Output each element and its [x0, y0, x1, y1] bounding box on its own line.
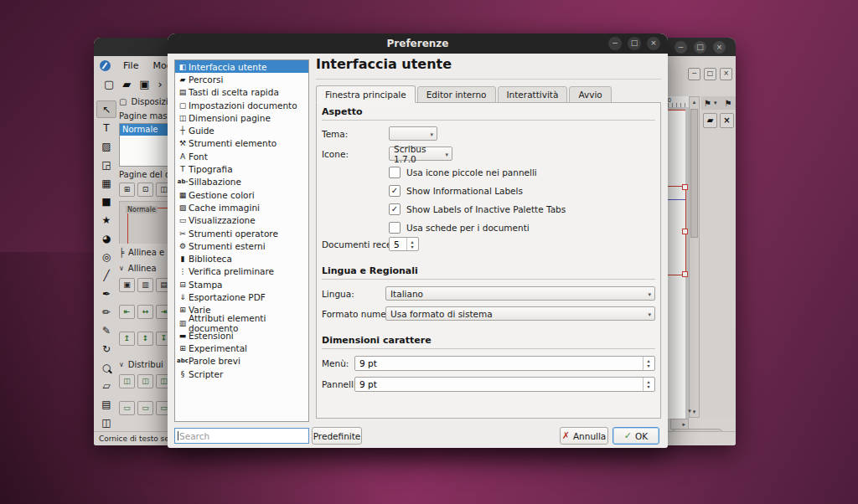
spinner-arrows[interactable]: ▴ ▾	[643, 357, 654, 370]
sidebar-item-tipografia[interactable]: TTipografia	[175, 162, 308, 175]
sidebar-item-tasti-di-scelta-rapida[interactable]: ▤Tasti di scelta rapida	[175, 86, 308, 99]
language-combobox[interactable]: Italiano ▾	[385, 286, 655, 301]
tab-editor-interno[interactable]: Editor interno	[417, 86, 496, 103]
distribute-mid-button[interactable]: ▭	[137, 401, 153, 415]
sidebar-item-font[interactable]: AFont	[175, 150, 308, 162]
align-center-h-button[interactable]: ↔	[137, 305, 153, 319]
pin-icon[interactable]: ⚑	[704, 99, 711, 108]
distribute-top-button[interactable]: ▭	[119, 401, 135, 415]
mdi-restore-button[interactable]: □	[704, 68, 716, 80]
tab-finestra-principale[interactable]: Finestra principale	[316, 85, 416, 103]
vertical-scrollbar[interactable]: ▴ ▾	[689, 96, 700, 418]
tool-table[interactable]: ▦	[96, 174, 116, 192]
sidebar-item-percorsi[interactable]: ▰Percorsi	[175, 73, 308, 85]
spin-down-icon[interactable]: ▾	[407, 244, 417, 249]
checkbox-checked[interactable]: ✓	[389, 185, 401, 197]
tool-arc[interactable]: ◕	[96, 229, 116, 247]
align-top-button[interactable]: ↥	[119, 332, 135, 346]
pin-dropdown-arrow-icon[interactable]: ▾	[714, 100, 717, 106]
mdi-close-button[interactable]: ×	[720, 68, 732, 80]
sidebar-item-guide[interactable]: ┼Guide	[175, 124, 308, 136]
scrollbar-thumb[interactable]	[690, 109, 698, 238]
sidebar-item-parole-brevi[interactable]: abcParole brevi	[175, 355, 308, 368]
iconset-combobox[interactable]: Scribus 1.7.0 ▾	[389, 147, 452, 161]
spin-down-icon[interactable]: ▾	[644, 363, 654, 368]
sidebar-item-impostazioni-documento[interactable]: ▢Impostazioni documento	[175, 99, 308, 111]
scroll-up-arrow[interactable]: ▴	[690, 97, 699, 107]
page-preview-chip[interactable]: Normale	[126, 206, 158, 213]
spinner-arrows[interactable]: ▴ ▾	[406, 238, 417, 250]
selection-handle[interactable]	[682, 229, 688, 234]
tool-render-frame[interactable]: ◲	[96, 156, 116, 173]
new-document-icon[interactable]: ▢	[104, 79, 114, 90]
sidebar-item-gestione-colori[interactable]: ▦Gestione colori	[175, 188, 308, 201]
preferences-category-list[interactable]: ◧Interfaccia utente▰Percorsi▤Tasti di sc…	[174, 59, 309, 422]
selection-handle[interactable]	[682, 184, 688, 190]
menu-size-spinner[interactable]: 9 pt ▴ ▾	[354, 356, 655, 371]
search-input[interactable]: Search	[174, 428, 309, 444]
checkbox-unchecked[interactable]	[389, 167, 401, 178]
close-button[interactable]: ×	[713, 41, 726, 54]
spinner-arrows[interactable]: ▴ ▾	[643, 378, 654, 391]
tab-avvio[interactable]: Avvio	[569, 86, 611, 103]
sidebar-item-cache-immagini[interactable]: ▨Cache immagini	[175, 201, 308, 213]
tool-shape[interactable]: ■	[96, 193, 116, 210]
distribute-left-button[interactable]: ◫	[119, 374, 135, 388]
ok-button[interactable]: ✓ OK	[612, 427, 659, 445]
close-icon[interactable]: ×	[720, 113, 734, 128]
recent-documents-spinner[interactable]: 5 ▴ ▾	[389, 237, 419, 251]
export-icon[interactable]: ›	[158, 79, 163, 90]
number-format-combobox[interactable]: Usa formato di sistema ▾	[385, 306, 655, 321]
align-left-button[interactable]: ⇤	[119, 305, 135, 319]
theme-combobox[interactable]: ▾	[389, 126, 437, 141]
selection-handle[interactable]	[682, 271, 688, 277]
defaults-button[interactable]: Predefinite	[312, 427, 362, 445]
sidebar-item-esportazione-pdf[interactable]: ⇓Esportazione PDF	[175, 291, 308, 303]
save-icon[interactable]: ▣	[139, 79, 149, 90]
sidebar-item-experimental[interactable]: ⊞Experimental	[175, 342, 308, 355]
tool-calligraphy[interactable]: ✎	[96, 321, 116, 339]
tool-spiral[interactable]: ◎	[96, 248, 116, 265]
tool-edit-nodes[interactable]: ▱	[96, 377, 116, 394]
tool-freehand[interactable]: ✏	[96, 303, 116, 321]
add-page-button[interactable]: ⊞	[119, 183, 135, 197]
sidebar-item-dimensioni-pagine[interactable]: ◫Dimensioni pagine	[175, 111, 308, 124]
sidebar-item-interfaccia-utente[interactable]: ◧Interfaccia utente	[175, 60, 308, 73]
tool-text-frame[interactable]: T	[96, 119, 116, 136]
cancel-button[interactable]: ✗ Annulla	[560, 427, 608, 445]
panels-size-spinner[interactable]: 9 pt ▴ ▾	[354, 377, 655, 392]
tool-zoom[interactable]: ○	[96, 358, 116, 376]
menu-file[interactable]: File	[121, 59, 140, 72]
sidebar-item-stampa[interactable]: ⊟Stampa	[175, 278, 308, 291]
relative-first-button[interactable]: ▣	[119, 278, 135, 292]
sidebar-item-strumenti-operatore[interactable]: ✂Strumenti operatore	[175, 227, 308, 239]
sidebar-item-sillabazione[interactable]: ab-Sillabazione	[175, 176, 308, 188]
sidebar-item-strumenti-esterni[interactable]: ⚙Strumenti esterni	[175, 239, 308, 252]
tab-interattivit-[interactable]: Interattività	[498, 86, 568, 103]
sidebar-item-visualizzazione[interactable]: ▭Visualizzazione	[175, 214, 308, 227]
zoom-dropdown-arrow[interactable]: ▾	[684, 406, 695, 416]
folder-icon[interactable]: ▰	[703, 113, 717, 128]
distribute-center-button[interactable]: ◫	[137, 374, 153, 388]
sidebar-item-verifica-preliminare[interactable]: ⋮Verifica preliminare	[175, 265, 308, 278]
pin-icon[interactable]: ⚑	[724, 99, 731, 108]
relative-last-button[interactable]: ▥	[137, 278, 153, 292]
tool-link-frames[interactable]: ◫	[96, 414, 116, 431]
sidebar-item-strumenti-elemento[interactable]: ⚒Strumenti elemento	[175, 137, 308, 150]
tool-rotate[interactable]: ↻	[96, 340, 116, 357]
checkbox-checked[interactable]: ✓	[389, 203, 401, 215]
import-page-button[interactable]: ⊡	[137, 183, 153, 197]
sidebar-item-attributi-elementi-documento[interactable]: ▥Attributi elementi documento	[175, 316, 308, 329]
minimize-button[interactable]: −	[675, 41, 687, 54]
tool-select[interactable]: ↖	[96, 100, 116, 118]
tool-bezier[interactable]: ✒	[96, 285, 116, 302]
tool-image-frame[interactable]: ▨	[96, 137, 116, 155]
maximize-button[interactable]: □	[694, 41, 706, 54]
spin-down-icon[interactable]: ▾	[644, 384, 654, 389]
tool-line[interactable]: ╱	[96, 266, 116, 284]
mdi-minimize-button[interactable]: −	[688, 68, 700, 80]
align-center-v-button[interactable]: ↕	[137, 332, 153, 346]
tool-story-editor[interactable]: ▤	[96, 395, 116, 413]
tool-polygon[interactable]: ★	[96, 211, 116, 229]
checkbox-unchecked[interactable]	[389, 222, 401, 234]
